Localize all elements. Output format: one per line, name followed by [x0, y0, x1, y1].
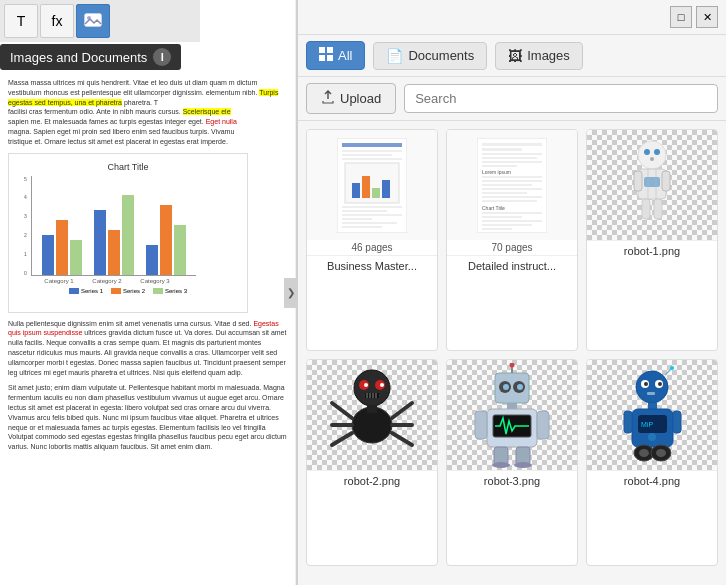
svg-rect-17 [342, 206, 402, 208]
svg-rect-11 [342, 158, 402, 160]
svg-text:Lorem ipsum: Lorem ipsum [482, 169, 511, 175]
svg-text:Chart Title: Chart Title [482, 205, 505, 211]
thumb-preview-5 [447, 360, 577, 470]
tooltip: Images and Documents I [0, 44, 181, 70]
svg-line-67 [332, 403, 352, 418]
image-tool-button[interactable] [76, 4, 110, 38]
thumbnail-grid: 46 pages Business Master... Lorem ipsum [298, 121, 726, 574]
svg-rect-102 [673, 411, 681, 433]
svg-rect-32 [482, 180, 542, 182]
svg-rect-3 [319, 47, 325, 53]
chart-group-1 [42, 220, 82, 275]
doc-content: Massa massa ultrices mi quis hendrerit. … [0, 70, 295, 585]
list-item[interactable]: Lorem ipsum Chart Title 70 pages [446, 129, 578, 351]
doc-text-3: Sit amet justo; enim diam vulputate ut. … [8, 383, 287, 452]
tab-all-label: All [338, 48, 352, 63]
tab-documents[interactable]: 📄 Documents [373, 42, 487, 70]
chart-area: 5 4 3 2 1 0 [31, 176, 196, 276]
chart-container: Chart Title 5 4 3 2 1 0 [8, 153, 248, 313]
thumb-name-6: robot-4.png [587, 470, 717, 491]
page-count-1: 46 pages [307, 240, 437, 255]
list-item[interactable]: MiP robot-4.png [586, 359, 718, 566]
svg-rect-10 [342, 154, 392, 156]
svg-line-69 [332, 433, 352, 445]
svg-point-59 [364, 383, 368, 387]
list-item[interactable]: robot-2.png [306, 359, 438, 566]
svg-rect-84 [475, 411, 487, 439]
thumb-name-4: robot-2.png [307, 470, 437, 491]
left-panel: T fx Images and Documents I Massa massa … [0, 0, 295, 585]
svg-point-46 [654, 149, 660, 155]
svg-rect-101 [624, 411, 632, 433]
svg-rect-37 [482, 200, 537, 202]
svg-rect-26 [482, 153, 542, 155]
svg-rect-28 [482, 161, 542, 163]
svg-rect-19 [342, 214, 402, 216]
svg-point-60 [380, 383, 384, 387]
svg-rect-41 [482, 220, 542, 222]
formula-icon: fx [52, 13, 63, 29]
formula-tool-button[interactable]: fx [40, 4, 74, 38]
close-icon: ✕ [703, 11, 712, 24]
thumb-name-1: Business Master... [307, 255, 437, 276]
svg-rect-4 [327, 47, 333, 53]
svg-rect-14 [362, 176, 370, 198]
panel-top-controls: □ ✕ [298, 0, 726, 35]
svg-point-56 [354, 370, 390, 406]
all-icon [319, 47, 333, 64]
svg-rect-29 [482, 165, 517, 167]
chart-group-3 [146, 205, 186, 275]
upload-button[interactable]: Upload [306, 83, 396, 114]
text-tool-button[interactable]: T [4, 4, 38, 38]
thumb-preview-1 [307, 130, 437, 240]
svg-rect-36 [482, 196, 542, 198]
svg-rect-73 [367, 405, 377, 413]
tab-images[interactable]: 🖼 Images [495, 42, 583, 70]
close-button[interactable]: ✕ [696, 6, 718, 28]
svg-point-80 [510, 363, 515, 368]
svg-point-100 [648, 433, 656, 441]
svg-point-106 [656, 449, 666, 457]
documents-icon: 📄 [386, 48, 403, 64]
text-icon: T [17, 13, 26, 29]
collapse-arrow[interactable]: ❯ [284, 278, 298, 308]
image-icon [84, 11, 102, 32]
action-bar: Upload [298, 77, 726, 121]
list-item[interactable]: 46 pages Business Master... [306, 129, 438, 351]
doc-text-1: Massa massa ultrices mi quis hendrerit. … [8, 78, 287, 147]
right-panel: ❯ □ ✕ All 📄 Documents 🖼 Images [296, 0, 726, 585]
svg-rect-5 [319, 55, 325, 61]
svg-rect-27 [482, 157, 537, 159]
page-count-2: 70 pages [447, 240, 577, 255]
svg-line-72 [392, 433, 412, 445]
svg-rect-43 [482, 228, 512, 230]
toolbar: T fx [0, 0, 200, 42]
svg-point-45 [644, 149, 650, 155]
svg-rect-81 [507, 403, 517, 409]
svg-point-90 [636, 371, 668, 403]
search-input[interactable] [404, 84, 718, 113]
images-icon: 🖼 [508, 48, 522, 64]
svg-rect-22 [342, 226, 382, 228]
svg-rect-51 [642, 199, 650, 219]
chart-legend: Series 1 Series 2 Series 3 [17, 288, 239, 294]
svg-rect-13 [352, 183, 360, 198]
svg-point-93 [644, 382, 648, 386]
svg-rect-16 [382, 180, 390, 198]
thumb-preview-6: MiP [587, 360, 717, 470]
svg-rect-96 [648, 403, 657, 409]
svg-rect-31 [482, 176, 542, 178]
minimize-button[interactable]: □ [670, 6, 692, 28]
svg-rect-9 [342, 150, 402, 152]
svg-rect-33 [482, 184, 532, 186]
svg-point-105 [639, 449, 649, 457]
list-item[interactable]: robot-3.png [446, 359, 578, 566]
svg-rect-25 [482, 148, 522, 151]
svg-rect-20 [342, 218, 372, 220]
thumb-preview-3 [587, 130, 717, 240]
list-item[interactable]: robot-1.png [586, 129, 718, 351]
thumb-name-5: robot-3.png [447, 470, 577, 491]
minimize-icon: □ [678, 11, 685, 23]
svg-rect-52 [654, 199, 662, 219]
tab-all[interactable]: All [306, 41, 365, 70]
